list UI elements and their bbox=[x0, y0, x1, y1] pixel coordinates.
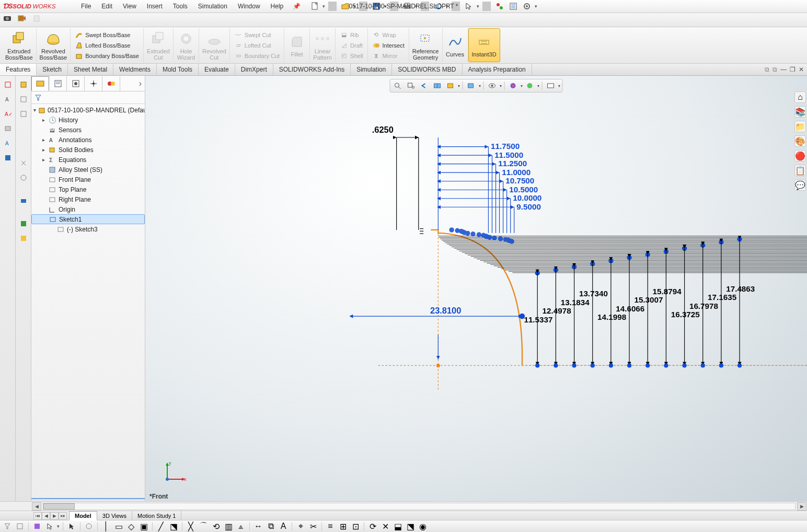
status-cursor-icon[interactable] bbox=[44, 522, 55, 531]
status-sk-20[interactable]: ⟳ bbox=[367, 522, 378, 531]
lofted-boss-button[interactable]: Lofted Boss/Base bbox=[73, 41, 141, 50]
new-icon[interactable] bbox=[309, 1, 320, 12]
doc-close-icon[interactable]: ✕ bbox=[799, 66, 804, 73]
hscroll-left-icon[interactable]: ◀ bbox=[32, 502, 41, 511]
fm-item-solid-bodies[interactable]: ▸Solid Bodies bbox=[31, 145, 145, 155]
cmdtab-weldments[interactable]: Weldments bbox=[113, 64, 157, 75]
horizontal-scrollbar[interactable]: ◀ ▶ bbox=[0, 501, 807, 511]
file-props-icon[interactable] bbox=[508, 1, 519, 12]
status-sk-19[interactable]: ⊡ bbox=[350, 522, 361, 531]
fm-tab-more-icon[interactable]: › bbox=[136, 79, 145, 88]
cmdtab-evaluate[interactable]: Evaluate bbox=[199, 64, 235, 75]
graphics-viewport[interactable]: ▾ ▾ ▾ ▾ ▾ ▾ ⌂ 📚 📁 🎨 🔴 📋 💬 bbox=[145, 76, 807, 501]
fm-item-history[interactable]: ▸🕓History bbox=[31, 115, 145, 125]
fm-item-annotations[interactable]: ▸AAnnotations bbox=[31, 135, 145, 145]
menu-help[interactable]: Help bbox=[266, 0, 289, 13]
menu-window[interactable]: Window bbox=[233, 0, 266, 13]
status-sk-5[interactable]: ╱ bbox=[156, 522, 166, 531]
fm-tree[interactable]: ▾ 0517-10-100-SP-MANDREL (Default<<De ▸🕓… bbox=[31, 104, 145, 498]
doc-next-icon[interactable]: ⧉ bbox=[773, 66, 777, 73]
status-sk-15[interactable]: ⌖ bbox=[295, 522, 306, 531]
status-sk-8[interactable]: ⌒ bbox=[198, 522, 209, 531]
menu-insert[interactable]: Insert bbox=[142, 0, 168, 13]
rail1-btn-6[interactable] bbox=[2, 152, 14, 164]
fm-item-material[interactable]: Alloy Steel (SS) bbox=[31, 165, 145, 175]
tab-nav-first-icon[interactable]: ⏮ bbox=[33, 512, 42, 519]
bottom-tab-model[interactable]: Model bbox=[69, 511, 97, 521]
rail2-btn-1[interactable] bbox=[18, 79, 29, 90]
status-sk-2[interactable]: ▭ bbox=[113, 522, 124, 531]
status-sk-1[interactable]: │ bbox=[101, 522, 111, 531]
cmdtab-sheet-metal[interactable]: Sheet Metal bbox=[68, 64, 113, 75]
menu-simulation[interactable]: Simulation bbox=[193, 0, 233, 13]
collapse-icon[interactable]: ▾ bbox=[33, 107, 36, 113]
hscroll-right-icon[interactable]: ▶ bbox=[797, 502, 806, 511]
cmdtab-analysis-prep[interactable]: Analysis Preparation bbox=[463, 64, 532, 75]
status-sk-9[interactable]: ⟲ bbox=[211, 522, 221, 531]
rail1-btn-1[interactable] bbox=[2, 79, 14, 90]
status-btn-1[interactable] bbox=[2, 522, 13, 531]
tab-nav-last-icon[interactable]: ⏭ bbox=[59, 512, 67, 519]
fm-item-sketch3[interactable]: (-) Sketch3 bbox=[31, 224, 145, 234]
status-cursor2-icon[interactable] bbox=[66, 522, 77, 531]
menu-tools[interactable]: Tools bbox=[168, 0, 193, 13]
fm-root[interactable]: ▾ 0517-10-100-SP-MANDREL (Default<<De bbox=[31, 105, 145, 115]
status-sk-4[interactable]: ▣ bbox=[139, 522, 149, 531]
fm-tab-config[interactable] bbox=[67, 76, 85, 91]
status-sk-3[interactable]: ◇ bbox=[126, 522, 136, 531]
status-sk-13[interactable]: ⧉ bbox=[266, 522, 276, 531]
rail2-btn-2[interactable] bbox=[18, 94, 29, 105]
status-sk-6[interactable]: ⬔ bbox=[168, 522, 179, 531]
status-sk-23[interactable]: ⬔ bbox=[405, 522, 416, 531]
hscroll-thumb[interactable] bbox=[43, 503, 75, 510]
cmdtab-features[interactable]: Features bbox=[0, 64, 37, 75]
fm-filter[interactable] bbox=[31, 91, 145, 104]
menu-file[interactable]: File bbox=[76, 0, 96, 13]
select-icon[interactable] bbox=[463, 1, 475, 12]
status-btn-3[interactable] bbox=[32, 522, 42, 531]
doc-prev-icon[interactable]: ⧉ bbox=[765, 66, 769, 73]
fm-tab-property[interactable] bbox=[49, 76, 67, 91]
fm-tab-display[interactable] bbox=[102, 76, 120, 91]
rail2-btn-8[interactable] bbox=[18, 233, 29, 244]
record-icon[interactable] bbox=[18, 15, 29, 25]
status-sk-18[interactable]: ⊞ bbox=[338, 522, 348, 531]
fm-rollback-bar[interactable] bbox=[31, 498, 145, 501]
doc-restore-icon[interactable]: ❐ bbox=[790, 66, 796, 73]
cmdtab-mold-tools[interactable]: Mold Tools bbox=[157, 64, 199, 75]
screen-capture-icon[interactable] bbox=[3, 15, 15, 25]
rail2-btn-5[interactable] bbox=[18, 172, 29, 183]
extruded-boss-button[interactable]: Extruded Boss/Base bbox=[2, 28, 37, 62]
status-sk-22[interactable]: ⬓ bbox=[393, 522, 403, 531]
reference-geometry-button[interactable]: Reference Geometry bbox=[409, 28, 443, 62]
options-icon[interactable] bbox=[521, 1, 533, 12]
fm-item-equations[interactable]: ▸ΣEquations bbox=[31, 155, 145, 165]
cmdtab-simulation[interactable]: Simulation bbox=[351, 64, 392, 75]
rail1-btn-2[interactable]: A bbox=[2, 94, 14, 105]
rebuild-icon[interactable] bbox=[494, 1, 505, 12]
fm-item-origin[interactable]: Origin bbox=[31, 204, 145, 214]
fm-item-front-plane[interactable]: Front Plane bbox=[31, 175, 145, 184]
status-btn-2[interactable] bbox=[15, 522, 25, 531]
fm-item-right-plane[interactable]: Right Plane bbox=[31, 194, 145, 204]
intersect-button[interactable]: Intersect bbox=[370, 41, 407, 50]
fm-item-top-plane[interactable]: Top Plane bbox=[31, 184, 145, 194]
status-sk-14[interactable]: A bbox=[278, 522, 289, 531]
fm-item-sensors[interactable]: 🛎Sensors bbox=[31, 125, 145, 135]
fm-item-sketch1[interactable]: Sketch1 bbox=[31, 214, 145, 224]
status-sk-12[interactable]: ↔ bbox=[253, 522, 263, 531]
rail2-btn-7[interactable] bbox=[18, 218, 29, 229]
status-sk-11[interactable]: ⟁ bbox=[236, 522, 246, 531]
status-sk-21[interactable]: ✕ bbox=[380, 522, 390, 531]
rail1-btn-3[interactable]: A✓ bbox=[2, 108, 14, 120]
rail1-btn-5[interactable]: A bbox=[2, 137, 14, 149]
doc-minimize-icon[interactable]: — bbox=[780, 66, 787, 73]
status-sk-7[interactable]: ╳ bbox=[186, 522, 196, 531]
menu-edit[interactable]: Edit bbox=[96, 0, 118, 13]
pin-icon[interactable]: 📌 bbox=[289, 3, 305, 10]
boundary-boss-button[interactable]: Boundary Boss/Base bbox=[73, 51, 141, 61]
revolved-boss-button[interactable]: Revolved Boss/Base bbox=[37, 28, 71, 62]
rail2-btn-6[interactable] bbox=[18, 195, 29, 206]
tab-nav-next-icon[interactable]: ▶ bbox=[50, 512, 59, 519]
bottom-tab-motion-study[interactable]: Motion Study 1 bbox=[132, 511, 181, 521]
